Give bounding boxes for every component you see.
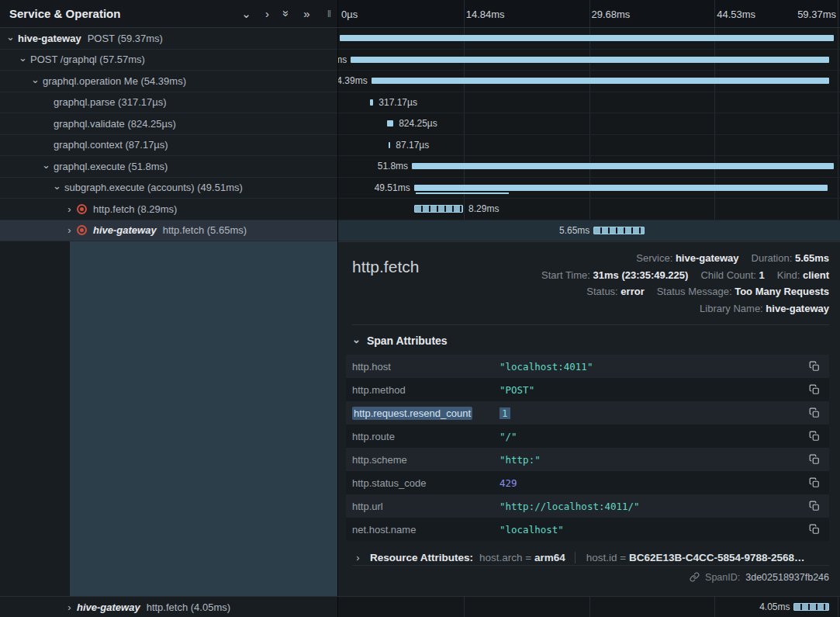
error-icon bbox=[77, 204, 87, 214]
waterfall-row[interactable]: 824.25µs bbox=[338, 113, 840, 135]
attribute-row[interactable]: http.host"localhost:4011" bbox=[346, 355, 829, 378]
waterfall-row[interactable]: 8.29ms bbox=[338, 199, 840, 220]
waterfall-row[interactable] bbox=[338, 28, 840, 50]
span-bar[interactable] bbox=[340, 35, 834, 41]
span-tree-row[interactable]: ⌄hive-gatewayPOST (59.37ms) bbox=[0, 28, 337, 50]
attribute-key: http.status_code bbox=[352, 477, 500, 489]
copy-icon[interactable] bbox=[806, 501, 820, 511]
duration-label: 824.25µs bbox=[399, 118, 437, 129]
span-bar[interactable] bbox=[389, 142, 391, 148]
meta-value: client bbox=[803, 269, 829, 281]
chevron-down-icon[interactable]: ⌄ bbox=[5, 31, 16, 43]
span-tree-row[interactable]: graphql.parse (317.17µs) bbox=[0, 92, 337, 114]
meta-label: Service: bbox=[636, 252, 676, 264]
chevron-down-icon[interactable]: ⌄ bbox=[29, 74, 41, 85]
span-bar[interactable] bbox=[593, 227, 645, 234]
attribute-row[interactable]: http.status_code429 bbox=[346, 471, 829, 494]
resource-value: BC62E13B-C4CC-5854-9788-2568… bbox=[629, 552, 805, 563]
span-bar[interactable] bbox=[351, 57, 829, 63]
attribute-key: net.host.name bbox=[352, 524, 500, 536]
span-tree-row[interactable]: ⌄subgraph.execute (accounts) (49.51ms) bbox=[0, 178, 337, 199]
span-bar[interactable] bbox=[372, 78, 829, 84]
detail-meta: Service: hive-gatewayDuration: 5.65msSta… bbox=[529, 250, 829, 317]
highlighted-text: http.request.resend_count bbox=[352, 407, 472, 420]
double-chevron-down-icon[interactable]: » bbox=[281, 10, 292, 16]
span-id-label: SpanID: bbox=[705, 572, 740, 583]
span-tree-row[interactable]: ⌄graphql.operation Me (54.39ms) bbox=[0, 71, 337, 92]
copy-icon[interactable] bbox=[806, 384, 820, 395]
resize-handle-icon[interactable]: ‖ bbox=[327, 9, 331, 19]
span-bar[interactable] bbox=[414, 185, 828, 191]
attribute-row[interactable]: http.url"http://localhost:4011/" bbox=[346, 494, 829, 518]
span-id-row: SpanID: 3de02518937fb246 bbox=[352, 565, 829, 588]
span-bar[interactable] bbox=[370, 99, 374, 106]
attribute-value: 1 bbox=[500, 407, 806, 419]
span-title: http.fetch bbox=[352, 258, 419, 317]
meta-item: Status: error bbox=[586, 286, 644, 297]
timeline-gridline bbox=[714, 0, 715, 27]
span-tree-row[interactable]: ›hive-gatewayhttp.fetch (5.65ms) bbox=[0, 220, 337, 242]
span-bar[interactable] bbox=[793, 603, 828, 611]
timeline-gridline bbox=[838, 0, 838, 27]
waterfall-row[interactable]: 54.39ms bbox=[338, 71, 840, 92]
span-bar[interactable] bbox=[412, 163, 833, 169]
attribute-row[interactable]: net.host.name"localhost" bbox=[346, 518, 829, 541]
chevron-right-icon[interactable]: › bbox=[64, 224, 75, 236]
span-tree-row[interactable]: ⌄POST /graphql (57.57ms) bbox=[0, 50, 337, 71]
resource-value: arm64 bbox=[534, 552, 565, 563]
chevron-down-icon[interactable]: ⌄ bbox=[17, 52, 29, 64]
left-panel-header: Service & Operation ⌄›»»‖ bbox=[0, 0, 337, 27]
waterfall-row[interactable]: 4.05ms bbox=[338, 597, 840, 617]
waterfall-row[interactable]: 317.17µs bbox=[338, 92, 840, 114]
chevron-right-icon[interactable]: › bbox=[64, 203, 75, 215]
attribute-value: "localhost" bbox=[500, 524, 806, 536]
waterfall-row[interactable]: 87.17µs bbox=[338, 135, 840, 157]
meta-value: hive-gateway bbox=[766, 303, 829, 314]
waterfall-row[interactable]: 57.57ms bbox=[338, 50, 840, 71]
meta-value: error bbox=[620, 286, 644, 297]
copy-icon[interactable] bbox=[806, 524, 820, 535]
copy-icon[interactable] bbox=[806, 431, 820, 442]
span-tree-row[interactable]: ⌄graphql.execute (51.8ms) bbox=[0, 156, 337, 178]
operation-label: POST (59.37ms) bbox=[88, 33, 163, 44]
meta-item: Duration: 5.65ms bbox=[752, 252, 829, 264]
attribute-key: http.scheme bbox=[352, 454, 500, 466]
chevron-right-icon[interactable]: › bbox=[265, 8, 269, 19]
copy-icon[interactable] bbox=[806, 477, 820, 488]
duration-label: 4.05ms bbox=[759, 601, 790, 612]
attribute-row[interactable]: http.scheme"http:" bbox=[346, 448, 829, 471]
chevron-down-icon[interactable]: ⌄ bbox=[40, 159, 52, 171]
span-tree-row[interactable]: ›http.fetch (8.29ms) bbox=[0, 199, 337, 220]
attribute-row[interactable]: http.request.resend_count1 bbox=[346, 401, 829, 425]
operation-label: subgraph.execute (accounts) (49.51ms) bbox=[64, 182, 243, 193]
operation-label: graphql.parse (317.17µs) bbox=[54, 96, 167, 108]
copy-icon[interactable] bbox=[806, 454, 820, 465]
span-attributes-header[interactable]: ⌄ Span Attributes bbox=[352, 334, 829, 347]
attribute-row[interactable]: http.method"POST" bbox=[346, 378, 829, 401]
copy-icon[interactable] bbox=[806, 361, 820, 372]
chevron-down-icon[interactable]: ⌄ bbox=[51, 180, 63, 192]
span-tree-row[interactable]: ›hive-gatewayhttp.fetch (4.05ms) bbox=[0, 597, 337, 617]
span-tree-row[interactable]: graphql.validate (824.25µs) bbox=[0, 113, 337, 135]
resource-attributes-row[interactable]: › Resource Attributes: host.arch = arm64… bbox=[352, 552, 829, 563]
span-bar[interactable] bbox=[414, 205, 463, 213]
attribute-row[interactable]: http.route"/" bbox=[346, 425, 829, 448]
meta-line: Library Name: hive-gateway bbox=[529, 300, 829, 317]
waterfall-row[interactable]: 49.51ms bbox=[338, 178, 840, 199]
child-span-line bbox=[416, 192, 509, 194]
meta-label: Library Name: bbox=[700, 303, 766, 314]
span-bar[interactable] bbox=[387, 120, 393, 127]
operation-label: http.fetch (5.65ms) bbox=[163, 224, 247, 236]
waterfall-row[interactable]: 51.8ms bbox=[338, 156, 840, 178]
span-tree-row[interactable]: graphql.context (87.17µs) bbox=[0, 135, 337, 157]
copy-icon[interactable] bbox=[806, 407, 820, 418]
chevron-down-icon[interactable]: ⌄ bbox=[241, 8, 251, 19]
link-icon[interactable] bbox=[690, 572, 700, 582]
chevron-right-icon: › bbox=[352, 552, 364, 563]
chevron-right-icon[interactable]: › bbox=[64, 601, 75, 613]
error-icon bbox=[77, 225, 87, 235]
ruler-tick: 29.68ms bbox=[592, 8, 631, 19]
meta-line: Status: errorStatus Message: Too Many Re… bbox=[529, 283, 829, 300]
double-chevron-right-icon[interactable]: » bbox=[303, 8, 309, 19]
waterfall-row[interactable]: 5.65ms bbox=[338, 220, 840, 242]
